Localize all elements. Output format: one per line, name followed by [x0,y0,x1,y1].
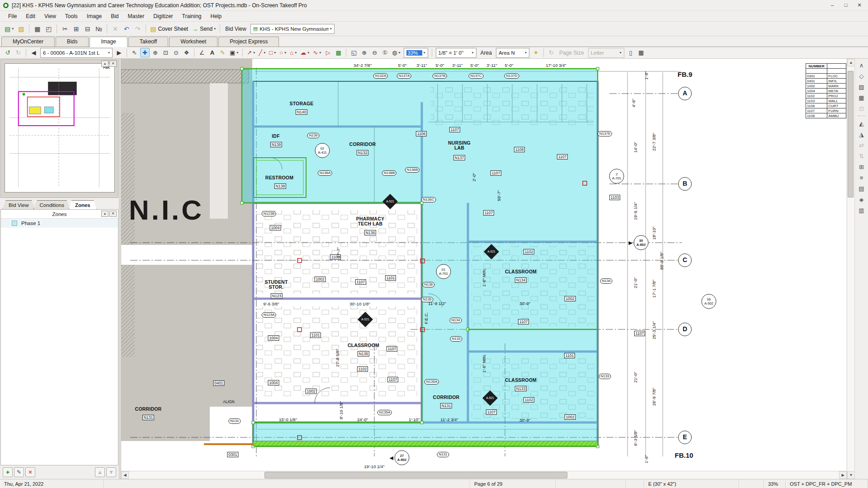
zoom-level-combo[interactable]: 33%▾ [404,48,428,58]
menu-training[interactable]: Training [178,12,206,21]
list-icon[interactable]: ≡ [857,173,867,183]
open-folder-icon[interactable]: ▧ [16,23,26,34]
new-page-icon[interactable]: ▯ [626,48,636,57]
menu-help[interactable]: Help [206,12,226,21]
cover-sheet-button[interactable]: ▤Cover Sheet [149,23,189,34]
sidebar-tab-zones[interactable]: Zones [69,200,97,209]
tab-image[interactable]: Image [90,37,127,47]
properties-icon[interactable]: ▥ [857,205,867,215]
tab-takeoff[interactable]: Takeoff [128,37,168,47]
scroll-up-icon[interactable]: ▲ [847,59,855,66]
layers-icon[interactable]: ▤ [857,183,867,193]
presentation-tool-icon[interactable]: ▷ [323,48,333,57]
menu-bid[interactable]: Bid [106,12,123,21]
panel-collapse-icon[interactable]: ▴ [101,61,108,67]
takeoff-crosshair-tool-icon[interactable]: ✚ [140,48,150,57]
maximize-button[interactable]: □ [839,1,853,9]
page-numbering-icon[interactable]: № [94,23,104,34]
zoom-one-icon[interactable]: ① [380,48,390,57]
pan-tool-icon[interactable]: ❖ [182,48,191,57]
panel-collapse-icon[interactable]: ▴ [101,211,108,217]
menu-file[interactable]: File [4,12,21,21]
print-icon[interactable]: ▦ [32,23,42,34]
zoom-minus-icon[interactable]: ⊖ [370,48,379,57]
menu-tools[interactable]: Tools [61,12,82,21]
menu-master[interactable]: Master [123,12,149,21]
edit-zone-button[interactable]: ✎ [14,467,24,477]
sticky-note-tool-icon[interactable]: ▩ [334,48,343,57]
zone-row[interactable]: Phase 1 [1,219,118,228]
close-button[interactable]: ✕ [853,1,866,9]
zoom-plus-icon[interactable]: ⊕ [359,48,369,57]
send-button[interactable]: →Send▾ [190,23,217,34]
page-selector[interactable]: 6 - 00006 - A-101N 1st L▾ [40,48,113,58]
zoom-dynamic-tool-icon[interactable]: ⊙ [171,48,181,57]
print-preview-icon[interactable]: ◰ [43,23,54,34]
sidebar-tab-bid-view[interactable]: Bid View [2,200,35,209]
grid-icon[interactable]: ▦ [857,93,867,103]
select-tool-icon[interactable]: ⇖ [130,48,139,57]
rectangle-annotation-icon[interactable]: □▾ [268,48,277,57]
image-legend-tool-icon[interactable]: ▣▾ [228,48,240,57]
ellipse-annotation-icon[interactable]: ○▾ [278,48,288,57]
overview-thumbnail-panel[interactable]: ▴✕ [0,59,118,198]
tab-worksheet[interactable]: Worksheet [169,37,217,47]
arrow-annotation-icon[interactable]: ↗▾ [245,48,256,57]
panel-close-icon[interactable]: ✕ [109,211,117,217]
new-bid-icon[interactable]: ▤▾ [3,23,15,34]
horizontal-scroll-track[interactable] [129,471,839,479]
menu-digitizer[interactable]: Digitizer [149,12,177,21]
rotate-right-icon[interactable]: ◮ [857,129,867,139]
nav-back-icon[interactable]: ↺ [3,48,13,57]
delete-zone-button[interactable]: ✕ [25,467,35,477]
node-edit-icon[interactable]: ◇ [857,71,867,81]
zoom-user-icon[interactable]: ◍▾ [391,48,401,57]
scale-combo[interactable]: 1/8" = 1' 0"▾ [436,48,476,58]
magic-wand-icon[interactable]: ✶ [531,48,541,57]
overlay-icon[interactable]: ◈ [857,194,867,204]
vertical-scroll-track[interactable] [847,66,854,471]
prev-page-icon[interactable]: ◀ [29,48,38,57]
scroll-down-icon[interactable]: ▼ [847,471,855,479]
menu-edit[interactable]: Edit [21,12,40,21]
zoom-in-tool-icon[interactable]: ⊕ [151,48,160,57]
polygon-annotation-icon[interactable]: ⌂▾ [288,48,298,57]
tab-bids[interactable]: Bids [56,37,89,47]
next-page-icon[interactable]: ▶ [114,48,124,57]
copy-icon[interactable]: ⊞ [71,23,81,34]
curve-annotation-icon[interactable]: ∿▾ [311,48,322,57]
sidebar-tab-conditions[interactable]: Conditions [33,200,71,209]
rotate-left-icon[interactable]: ◭ [857,118,867,128]
add-table-icon[interactable]: ⊞ [857,162,867,172]
drawing-canvas[interactable]: N.I.C34'-2 7/8"5'-0"3'-11"5'-0"3'-11"5'-… [121,59,846,471]
cut-icon[interactable]: ✂ [60,23,70,34]
vertical-scrollbar[interactable]: ▲ ▼ [847,59,854,479]
add-zone-button[interactable]: + [3,467,13,477]
hatch-fill-icon[interactable]: ▨ [857,82,867,92]
paste-icon[interactable]: ⊟ [82,23,93,34]
tab-project-express[interactable]: Project Express [218,37,279,47]
scroll-right-icon[interactable]: ▶ [839,471,847,479]
minimize-button[interactable]: – [826,1,839,9]
highlighter-tool-icon[interactable]: ✎ [218,48,227,57]
undo-icon[interactable]: ↶ [121,23,132,34]
panel-close-icon[interactable]: ✕ [109,61,117,67]
horizontal-scrollbar[interactable]: ◀ ▶ [121,471,847,479]
menu-image[interactable]: Image [82,12,106,21]
tab-myoncenter[interactable]: MyOnCenter [1,37,55,47]
vertical-scroll-thumb[interactable] [848,71,854,197]
horizontal-scroll-thumb[interactable] [264,472,567,479]
rail-collapse-icon[interactable]: ∧ [857,60,867,70]
zoom-window-tool-icon[interactable]: ⊡ [161,48,170,57]
separator [220,24,220,33]
area-combo[interactable]: Area N▾ [496,48,529,58]
text-annotation-icon[interactable]: A [208,48,217,57]
dimension-tool-icon[interactable]: ∠ [197,48,207,57]
scroll-left-icon[interactable]: ◀ [121,471,129,479]
print-page-icon[interactable]: ▦ [637,48,646,57]
line-annotation-icon[interactable]: ╱▾ [257,48,267,57]
fit-page-icon[interactable]: ◱ [349,48,359,57]
bid-selector[interactable]: ▤KHS - KPHS New Gymnasium▾ [250,24,335,34]
menu-view[interactable]: View [40,12,61,21]
cloud-annotation-icon[interactable]: ☁▾ [299,48,311,57]
